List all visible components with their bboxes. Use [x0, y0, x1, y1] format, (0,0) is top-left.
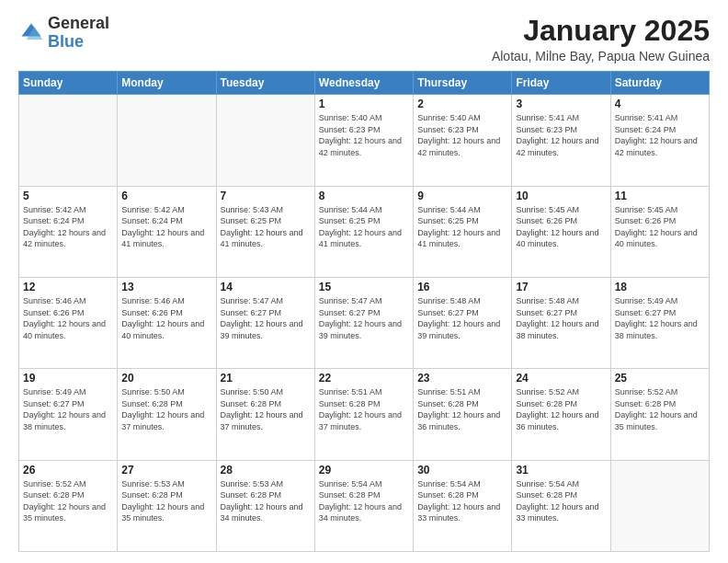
calendar-cell: 29Sunrise: 5:54 AM Sunset: 6:28 PM Dayli… [314, 460, 413, 551]
day-info: Sunrise: 5:45 AM Sunset: 6:26 PM Dayligh… [615, 204, 705, 250]
calendar-cell: 14Sunrise: 5:47 AM Sunset: 6:27 PM Dayli… [216, 277, 314, 368]
day-info: Sunrise: 5:48 AM Sunset: 6:27 PM Dayligh… [417, 295, 507, 341]
week-row-1: 5Sunrise: 5:42 AM Sunset: 6:24 PM Daylig… [19, 186, 710, 277]
day-info: Sunrise: 5:54 AM Sunset: 6:28 PM Dayligh… [516, 478, 606, 524]
day-info: Sunrise: 5:45 AM Sunset: 6:26 PM Dayligh… [516, 204, 606, 250]
day-info: Sunrise: 5:52 AM Sunset: 6:28 PM Dayligh… [615, 386, 705, 432]
day-number: 23 [417, 372, 507, 385]
day-info: Sunrise: 5:49 AM Sunset: 6:27 PM Dayligh… [23, 386, 113, 432]
calendar-cell: 20Sunrise: 5:50 AM Sunset: 6:28 PM Dayli… [118, 369, 216, 460]
calendar-cell: 31Sunrise: 5:54 AM Sunset: 6:28 PM Dayli… [512, 460, 610, 551]
calendar-cell: 3Sunrise: 5:41 AM Sunset: 6:23 PM Daylig… [512, 95, 610, 186]
day-number: 1 [319, 98, 409, 110]
day-info: Sunrise: 5:47 AM Sunset: 6:27 PM Dayligh… [319, 295, 409, 341]
day-info: Sunrise: 5:42 AM Sunset: 6:24 PM Dayligh… [23, 204, 113, 250]
calendar-title: January 2025 [492, 15, 710, 47]
day-info: Sunrise: 5:51 AM Sunset: 6:28 PM Dayligh… [319, 386, 409, 432]
day-number: 27 [121, 464, 211, 477]
day-number: 17 [516, 281, 606, 293]
week-row-3: 19Sunrise: 5:49 AM Sunset: 6:27 PM Dayli… [19, 369, 710, 460]
day-number: 31 [516, 464, 606, 477]
calendar-cell: 15Sunrise: 5:47 AM Sunset: 6:27 PM Dayli… [314, 277, 413, 368]
weekday-header-sunday: Sunday [19, 72, 118, 95]
logo-text: General Blue [48, 15, 109, 52]
calendar-cell: 19Sunrise: 5:49 AM Sunset: 6:27 PM Dayli… [19, 369, 118, 460]
day-number: 21 [221, 372, 311, 385]
day-info: Sunrise: 5:43 AM Sunset: 6:25 PM Dayligh… [221, 204, 311, 250]
day-info: Sunrise: 5:49 AM Sunset: 6:27 PM Dayligh… [615, 295, 705, 341]
day-info: Sunrise: 5:53 AM Sunset: 6:28 PM Dayligh… [121, 478, 211, 524]
day-info: Sunrise: 5:52 AM Sunset: 6:28 PM Dayligh… [23, 478, 113, 524]
calendar-cell: 11Sunrise: 5:45 AM Sunset: 6:26 PM Dayli… [610, 186, 709, 277]
day-number: 14 [221, 281, 311, 293]
header: General Blue January 2025 Alotau, Milne … [18, 15, 710, 63]
header-right: January 2025 Alotau, Milne Bay, Papua Ne… [492, 15, 710, 63]
day-number: 7 [221, 190, 311, 202]
calendar-cell: 27Sunrise: 5:53 AM Sunset: 6:28 PM Dayli… [118, 460, 216, 551]
day-number: 6 [121, 190, 211, 202]
calendar-cell: 10Sunrise: 5:45 AM Sunset: 6:26 PM Dayli… [512, 186, 610, 277]
day-number: 4 [615, 98, 705, 110]
week-row-4: 26Sunrise: 5:52 AM Sunset: 6:28 PM Dayli… [19, 460, 710, 551]
calendar-cell: 6Sunrise: 5:42 AM Sunset: 6:24 PM Daylig… [118, 186, 216, 277]
day-info: Sunrise: 5:40 AM Sunset: 6:23 PM Dayligh… [417, 112, 507, 158]
day-number: 28 [221, 464, 311, 477]
logo: General Blue [18, 15, 109, 52]
calendar-subtitle: Alotau, Milne Bay, Papua New Guinea [492, 49, 710, 63]
day-info: Sunrise: 5:46 AM Sunset: 6:26 PM Dayligh… [23, 295, 113, 341]
calendar-cell [118, 95, 216, 186]
weekday-header-wednesday: Wednesday [314, 72, 413, 95]
weekday-header-saturday: Saturday [610, 72, 709, 95]
calendar-cell: 13Sunrise: 5:46 AM Sunset: 6:26 PM Dayli… [118, 277, 216, 368]
day-info: Sunrise: 5:47 AM Sunset: 6:27 PM Dayligh… [221, 295, 311, 341]
logo-icon [18, 20, 44, 46]
weekday-header-monday: Monday [118, 72, 216, 95]
day-info: Sunrise: 5:53 AM Sunset: 6:28 PM Dayligh… [221, 478, 311, 524]
week-row-2: 12Sunrise: 5:46 AM Sunset: 6:26 PM Dayli… [19, 277, 710, 368]
calendar-cell: 16Sunrise: 5:48 AM Sunset: 6:27 PM Dayli… [414, 277, 512, 368]
day-info: Sunrise: 5:54 AM Sunset: 6:28 PM Dayligh… [319, 478, 409, 524]
day-info: Sunrise: 5:41 AM Sunset: 6:23 PM Dayligh… [516, 112, 606, 158]
day-number: 9 [417, 190, 507, 202]
day-info: Sunrise: 5:44 AM Sunset: 6:25 PM Dayligh… [417, 204, 507, 250]
day-number: 20 [121, 372, 211, 385]
calendar-cell: 30Sunrise: 5:54 AM Sunset: 6:28 PM Dayli… [414, 460, 512, 551]
calendar-cell: 18Sunrise: 5:49 AM Sunset: 6:27 PM Dayli… [610, 277, 709, 368]
calendar-cell: 2Sunrise: 5:40 AM Sunset: 6:23 PM Daylig… [414, 95, 512, 186]
calendar-cell: 17Sunrise: 5:48 AM Sunset: 6:27 PM Dayli… [512, 277, 610, 368]
day-number: 15 [319, 281, 409, 293]
weekday-header-thursday: Thursday [414, 72, 512, 95]
calendar-cell: 24Sunrise: 5:52 AM Sunset: 6:28 PM Dayli… [512, 369, 610, 460]
calendar-table: SundayMondayTuesdayWednesdayThursdayFrid… [18, 71, 710, 552]
day-number: 24 [516, 372, 606, 385]
day-number: 22 [319, 372, 409, 385]
day-info: Sunrise: 5:51 AM Sunset: 6:28 PM Dayligh… [417, 386, 507, 432]
week-row-0: 1Sunrise: 5:40 AM Sunset: 6:23 PM Daylig… [19, 95, 710, 186]
day-info: Sunrise: 5:50 AM Sunset: 6:28 PM Dayligh… [121, 386, 211, 432]
calendar-cell: 5Sunrise: 5:42 AM Sunset: 6:24 PM Daylig… [19, 186, 118, 277]
day-number: 30 [417, 464, 507, 477]
logo-general: General [48, 14, 109, 32]
day-number: 19 [23, 372, 113, 385]
day-number: 10 [516, 190, 606, 202]
calendar-cell [216, 95, 314, 186]
day-info: Sunrise: 5:46 AM Sunset: 6:26 PM Dayligh… [121, 295, 211, 341]
calendar-cell: 26Sunrise: 5:52 AM Sunset: 6:28 PM Dayli… [19, 460, 118, 551]
page: General Blue January 2025 Alotau, Milne … [0, 0, 728, 563]
calendar-cell: 23Sunrise: 5:51 AM Sunset: 6:28 PM Dayli… [414, 369, 512, 460]
day-info: Sunrise: 5:48 AM Sunset: 6:27 PM Dayligh… [516, 295, 606, 341]
calendar-cell: 8Sunrise: 5:44 AM Sunset: 6:25 PM Daylig… [314, 186, 413, 277]
day-number: 16 [417, 281, 507, 293]
calendar-cell: 22Sunrise: 5:51 AM Sunset: 6:28 PM Dayli… [314, 369, 413, 460]
day-number: 25 [615, 372, 705, 385]
calendar-cell: 7Sunrise: 5:43 AM Sunset: 6:25 PM Daylig… [216, 186, 314, 277]
calendar-cell: 25Sunrise: 5:52 AM Sunset: 6:28 PM Dayli… [610, 369, 709, 460]
calendar-cell: 9Sunrise: 5:44 AM Sunset: 6:25 PM Daylig… [414, 186, 512, 277]
day-number: 26 [23, 464, 113, 477]
day-info: Sunrise: 5:44 AM Sunset: 6:25 PM Dayligh… [319, 204, 409, 250]
calendar-cell: 28Sunrise: 5:53 AM Sunset: 6:28 PM Dayli… [216, 460, 314, 551]
calendar-cell: 1Sunrise: 5:40 AM Sunset: 6:23 PM Daylig… [314, 95, 413, 186]
calendar-cell: 4Sunrise: 5:41 AM Sunset: 6:24 PM Daylig… [610, 95, 709, 186]
day-number: 2 [417, 98, 507, 110]
day-info: Sunrise: 5:50 AM Sunset: 6:28 PM Dayligh… [221, 386, 311, 432]
